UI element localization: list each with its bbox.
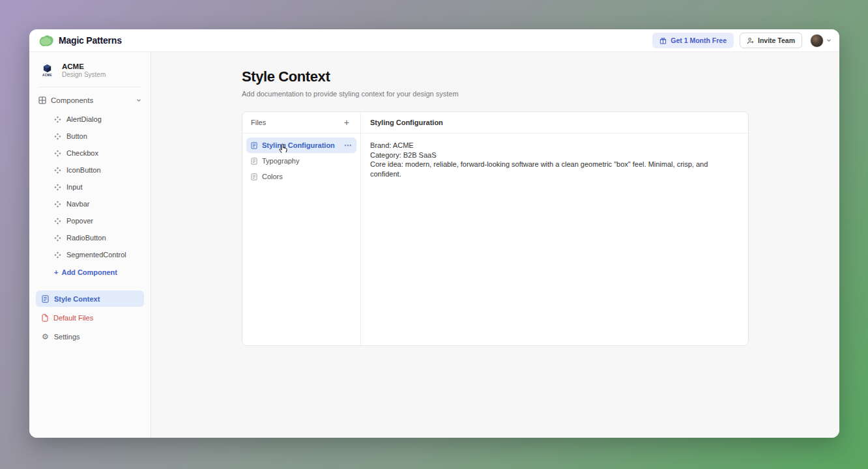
component-icon	[54, 201, 61, 208]
main-inner: Style Context Add documentation to provi…	[242, 52, 749, 346]
sidebar-item-button[interactable]: Button	[29, 128, 151, 145]
component-icon	[54, 116, 61, 123]
component-label: AlertDialog	[66, 115, 102, 123]
sidebar-item-checkbox[interactable]: Checkbox	[29, 145, 151, 162]
files-header: Files +	[242, 112, 360, 134]
sidebar-item-navbar[interactable]: Navbar	[29, 195, 151, 212]
settings-label: Settings	[54, 333, 80, 341]
page-title: Style Context	[242, 68, 749, 85]
chevron-down-icon	[826, 38, 832, 43]
chevron-down-icon	[136, 98, 141, 103]
app-body: ACME ACME Design System Components	[29, 52, 839, 438]
sidebar-item-iconbutton[interactable]: IconButton	[29, 162, 151, 178]
document-icon	[251, 142, 257, 149]
detail-line-brand: Brand: ACME	[370, 141, 739, 150]
magic-patterns-logo-icon	[38, 35, 54, 47]
sidebar-item-default-files[interactable]: Default Files	[36, 309, 144, 326]
file-menu-button[interactable]: ⋯	[344, 141, 352, 150]
brand-name: Magic Patterns	[59, 35, 122, 46]
sidebar-item-popover[interactable]: Popover	[29, 212, 151, 229]
sidebar-item-alertdialog[interactable]: AlertDialog	[29, 111, 151, 128]
invite-person-icon	[747, 37, 754, 44]
workspace-meta: ACME Design System	[62, 63, 106, 78]
files-header-label: Files	[251, 119, 266, 126]
sidebar-item-input[interactable]: Input	[29, 178, 151, 195]
component-label: Button	[66, 132, 87, 140]
sidebar-item-style-context[interactable]: Style Context	[36, 291, 144, 307]
component-icon	[54, 167, 61, 174]
default-files-label: Default Files	[53, 314, 93, 322]
component-icon	[54, 184, 61, 191]
plus-icon: +	[54, 268, 58, 276]
user-menu[interactable]	[810, 34, 832, 48]
workspace-switcher[interactable]: ACME ACME Design System	[29, 59, 151, 85]
add-component-label: Add Component	[61, 268, 117, 276]
detail-body[interactable]: Brand: ACME Category: B2B SaaS Core idea…	[361, 134, 748, 186]
sidebar-divider	[38, 87, 141, 87]
sidebar-item-radiobutton[interactable]: RadioButton	[29, 229, 151, 246]
acme-logo-text: ACME	[42, 74, 52, 77]
invite-team-button[interactable]: Invite Team	[740, 33, 802, 48]
sidebar-item-segmentedcontrol[interactable]: SegmentedControl	[29, 246, 151, 263]
files-column: Files + Styling Configuration	[242, 112, 361, 345]
get-month-free-button[interactable]: Get 1 Month Free	[652, 33, 734, 48]
component-label: IconButton	[66, 166, 101, 174]
file-item-colors[interactable]: Colors	[246, 169, 356, 184]
component-icon	[54, 150, 61, 157]
workspace-subtitle: Design System	[62, 71, 106, 78]
component-icon	[54, 218, 61, 225]
detail-column: Styling Configuration Brand: ACME Catego…	[361, 112, 748, 345]
document-icon	[251, 173, 257, 180]
style-context-panel: Files + Styling Configuration	[242, 111, 749, 346]
grid-icon	[38, 96, 46, 104]
brand-logo[interactable]: Magic Patterns	[38, 35, 122, 47]
component-label: Popover	[66, 217, 93, 225]
component-label: SegmentedControl	[66, 251, 126, 259]
detail-line-category: Category: B2B SaaS	[370, 150, 739, 160]
user-avatar	[810, 34, 824, 48]
component-label: Navbar	[66, 200, 89, 208]
file-label: Typography	[262, 157, 352, 165]
file-label: Styling Configuration	[262, 141, 340, 149]
sidebar: ACME ACME Design System Components	[29, 52, 151, 438]
app-window: Magic Patterns Get 1 Month Free	[29, 29, 839, 438]
detail-header: Styling Configuration	[361, 112, 748, 134]
components-list: AlertDialog Button Checkbox IconButton I…	[29, 108, 151, 283]
gift-icon	[659, 37, 667, 44]
file-item-styling-configuration[interactable]: Styling Configuration ⋯	[246, 137, 356, 153]
get-month-free-label: Get 1 Month Free	[671, 36, 727, 44]
components-header-label: Components	[51, 96, 132, 104]
add-component-button[interactable]: + Add Component	[29, 263, 151, 281]
component-label: RadioButton	[66, 234, 106, 242]
page-subtitle: Add documentation to provide styling con…	[242, 90, 749, 98]
component-icon	[54, 234, 61, 242]
workspace-name: ACME	[62, 63, 106, 70]
components-section-header[interactable]: Components	[29, 92, 151, 108]
style-context-label: Style Context	[54, 295, 100, 303]
sidebar-item-settings[interactable]: ⚙ Settings	[36, 328, 144, 345]
invite-team-label: Invite Team	[758, 36, 795, 44]
detail-line-core-idea: Core idea: modern, reliable, forward-loo…	[370, 160, 739, 178]
file-icon	[42, 314, 48, 322]
top-bar: Magic Patterns Get 1 Month Free	[29, 29, 839, 52]
component-icon	[54, 251, 61, 259]
component-icon	[54, 133, 61, 140]
file-item-typography[interactable]: Typography	[246, 153, 356, 169]
acme-logo-icon: ACME	[38, 61, 56, 79]
main-content: Style Context Add documentation to provi…	[151, 52, 839, 438]
file-label: Colors	[262, 173, 352, 180]
document-icon	[251, 158, 257, 165]
component-label: Input	[66, 183, 82, 191]
topbar-actions: Get 1 Month Free Invite Team	[652, 33, 832, 48]
desktop-background: { "topbar": { "brand": "Magic Patterns",…	[0, 0, 868, 469]
gear-icon: ⚙	[42, 333, 49, 341]
component-label: Checkbox	[66, 149, 98, 157]
file-list: Styling Configuration ⋯ Typography	[242, 134, 360, 188]
add-file-button[interactable]: +	[341, 117, 352, 128]
document-icon	[42, 295, 49, 303]
